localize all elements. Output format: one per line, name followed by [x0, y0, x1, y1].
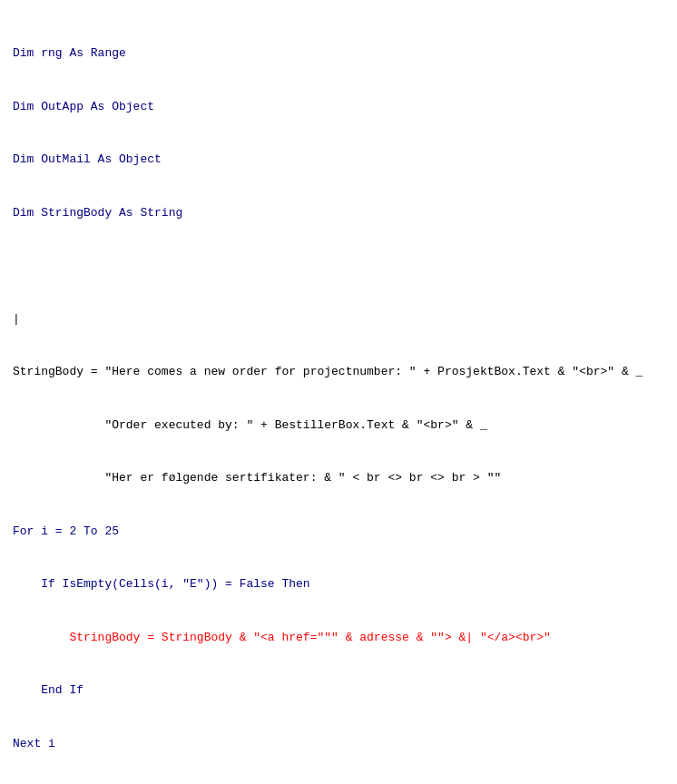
code-line-13: End If: [13, 681, 664, 700]
code-line-3: Dim OutMail As Object: [13, 151, 664, 169]
code-line-1: Dim rng As Range: [13, 44, 664, 63]
code-line-2: Dim OutApp As Object: [13, 98, 664, 116]
code-line-8: "Order executed by: " + BestillerBox.Tex…: [13, 416, 664, 435]
code-line-10: For i = 2 To 25: [13, 523, 664, 541]
code-line-9: "Her er følgende sertifikater: & " < br …: [13, 469, 664, 487]
code-line-7: StringBody = "Here comes a new order for…: [13, 363, 664, 381]
code-line-11: If IsEmpty(Cells(i, "E")) = False Then: [13, 575, 664, 593]
code-line-14: Next i: [13, 735, 664, 753]
code-line-4: Dim StringBody As String: [13, 204, 664, 222]
code-editor: Dim rng As Range Dim OutApp As Object Di…: [13, 9, 664, 784]
code-line-12: StringBody = StringBody & "<a href=""" &…: [13, 629, 664, 647]
code-line-6: |: [13, 310, 664, 328]
code-line-5: [13, 257, 664, 275]
